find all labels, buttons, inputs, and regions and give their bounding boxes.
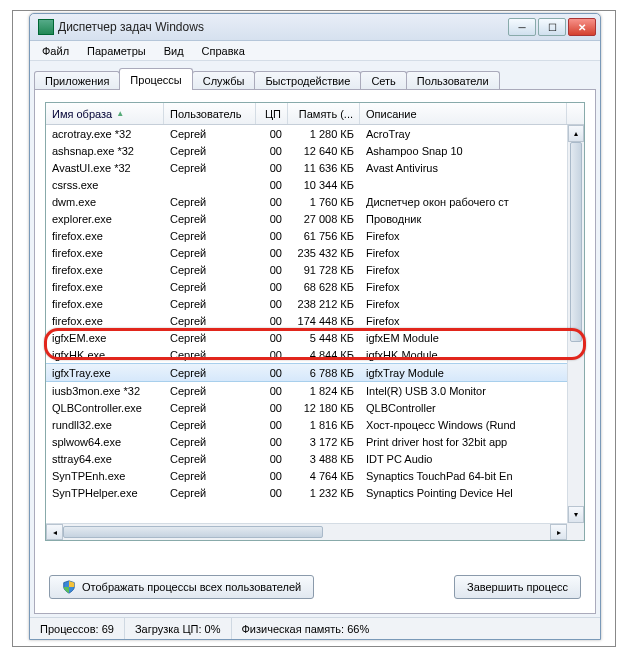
cell-cpu: 00 <box>256 346 288 363</box>
table-row[interactable]: csrss.exe0010 344 КБ <box>46 176 584 193</box>
menu-file[interactable]: Файл <box>34 43 77 59</box>
table-row[interactable]: splwow64.exeСергей003 172 КБPrint driver… <box>46 433 584 450</box>
cell-description: Avast Antivirus <box>360 159 584 176</box>
cell-memory: 1 280 КБ <box>288 125 360 142</box>
cell-cpu: 00 <box>256 142 288 159</box>
cell-user: Сергей <box>164 364 256 381</box>
cell-process-name: ashsnap.exe *32 <box>46 142 164 159</box>
cell-description: Хост-процесс Windows (Rund <box>360 416 584 433</box>
menu-help[interactable]: Справка <box>194 43 253 59</box>
cell-description: IDT PC Audio <box>360 450 584 467</box>
cell-user: Сергей <box>164 193 256 210</box>
cell-memory: 11 636 КБ <box>288 159 360 176</box>
table-row[interactable]: QLBController.exeСергей0012 180 КБQLBCon… <box>46 399 584 416</box>
scroll-h-thumb[interactable] <box>63 526 323 538</box>
cell-description: Проводник <box>360 210 584 227</box>
cell-cpu: 00 <box>256 244 288 261</box>
cell-process-name: AvastUI.exe *32 <box>46 159 164 176</box>
table-row[interactable]: SynTPHelper.exeСергей001 232 КБSynaptics… <box>46 484 584 501</box>
table-row[interactable]: firefox.exeСергей00238 212 КБFirefox <box>46 295 584 312</box>
col-header-name[interactable]: Имя образа ▲ <box>46 103 164 124</box>
table-row[interactable]: igfxHK.exeСергей004 844 КБigfxHK Module <box>46 346 584 363</box>
cell-memory: 235 432 КБ <box>288 244 360 261</box>
table-row[interactable]: igfxEM.exeСергей005 448 КБigfxEM Module <box>46 329 584 346</box>
titlebar[interactable]: Диспетчер задач Windows ─ ☐ ✕ <box>30 14 600 41</box>
window-controls: ─ ☐ ✕ <box>508 18 596 36</box>
tab-services[interactable]: Службы <box>192 71 256 90</box>
table-row[interactable]: igfxTray.exeСергей006 788 КБigfxTray Mod… <box>46 363 584 382</box>
table-row[interactable]: SynTPEnh.exeСергей004 764 КБSynaptics To… <box>46 467 584 484</box>
tab-network[interactable]: Сеть <box>360 71 406 90</box>
table-row[interactable]: firefox.exeСергей0068 628 КБFirefox <box>46 278 584 295</box>
table-row[interactable]: firefox.exeСергей0091 728 КБFirefox <box>46 261 584 278</box>
list-header: Имя образа ▲ Пользователь ЦП Память (...… <box>46 103 584 125</box>
end-process-button[interactable]: Завершить процесс <box>454 575 581 599</box>
scroll-h-track[interactable] <box>63 524 550 540</box>
cell-user: Сергей <box>164 261 256 278</box>
cell-cpu: 00 <box>256 210 288 227</box>
cell-process-name: sttray64.exe <box>46 450 164 467</box>
horizontal-scrollbar[interactable]: ◂ ▸ <box>46 523 567 540</box>
maximize-button[interactable]: ☐ <box>538 18 566 36</box>
col-header-cpu[interactable]: ЦП <box>256 103 288 124</box>
col-header-memory[interactable]: Память (... <box>288 103 360 124</box>
table-row[interactable]: acrotray.exe *32Сергей001 280 КБAcroTray <box>46 125 584 142</box>
table-row[interactable]: firefox.exeСергей00174 448 КБFirefox <box>46 312 584 329</box>
cell-cpu: 00 <box>256 278 288 295</box>
table-row[interactable]: iusb3mon.exe *32Сергей001 824 КБIntel(R)… <box>46 382 584 399</box>
cell-memory: 10 344 КБ <box>288 176 360 193</box>
menu-view[interactable]: Вид <box>156 43 192 59</box>
menubar: Файл Параметры Вид Справка <box>30 41 600 61</box>
cell-user: Сергей <box>164 416 256 433</box>
menu-options[interactable]: Параметры <box>79 43 154 59</box>
scroll-down-button[interactable]: ▾ <box>568 506 584 523</box>
cell-memory: 6 788 КБ <box>288 364 360 381</box>
table-row[interactable]: AvastUI.exe *32Сергей0011 636 КБAvast An… <box>46 159 584 176</box>
scroll-right-button[interactable]: ▸ <box>550 524 567 540</box>
cell-process-name: explorer.exe <box>46 210 164 227</box>
tab-processes[interactable]: Процессы <box>119 68 192 90</box>
table-row[interactable]: dwm.exeСергей001 760 КБДиспетчер окон ра… <box>46 193 584 210</box>
table-row[interactable]: firefox.exeСергей00235 432 КБFirefox <box>46 244 584 261</box>
cell-cpu: 00 <box>256 193 288 210</box>
tab-users[interactable]: Пользователи <box>406 71 500 90</box>
cell-description: AcroTray <box>360 125 584 142</box>
table-row[interactable]: ashsnap.exe *32Сергей0012 640 КБAshampoo… <box>46 142 584 159</box>
cell-process-name: igfxHK.exe <box>46 346 164 363</box>
cell-memory: 3 488 КБ <box>288 450 360 467</box>
scroll-left-button[interactable]: ◂ <box>46 524 63 540</box>
cell-memory: 12 640 КБ <box>288 142 360 159</box>
vertical-scrollbar[interactable]: ▴ ▾ <box>567 125 584 523</box>
cell-cpu: 00 <box>256 484 288 501</box>
cell-cpu: 00 <box>256 261 288 278</box>
cell-description: Firefox <box>360 244 584 261</box>
table-row[interactable]: firefox.exeСергей0061 756 КБFirefox <box>46 227 584 244</box>
minimize-button[interactable]: ─ <box>508 18 536 36</box>
shield-icon <box>62 580 76 594</box>
show-all-users-button[interactable]: Отображать процессы всех пользователей <box>49 575 314 599</box>
col-header-user[interactable]: Пользователь <box>164 103 256 124</box>
cell-user: Сергей <box>164 312 256 329</box>
cell-memory: 4 764 КБ <box>288 467 360 484</box>
cell-process-name: iusb3mon.exe *32 <box>46 382 164 399</box>
cell-description: Synaptics TouchPad 64-bit En <box>360 467 584 484</box>
cell-memory: 5 448 КБ <box>288 329 360 346</box>
close-button[interactable]: ✕ <box>568 18 596 36</box>
cell-memory: 68 628 КБ <box>288 278 360 295</box>
scroll-up-button[interactable]: ▴ <box>568 125 584 142</box>
cell-cpu: 00 <box>256 450 288 467</box>
cell-user: Сергей <box>164 346 256 363</box>
panel-buttons: Отображать процессы всех пользователей З… <box>49 575 581 599</box>
scroll-v-thumb[interactable] <box>570 142 582 342</box>
cell-description: Intel(R) USB 3.0 Monitor <box>360 382 584 399</box>
table-row[interactable]: explorer.exeСергей0027 008 КБПроводник <box>46 210 584 227</box>
cell-process-name: dwm.exe <box>46 193 164 210</box>
table-row[interactable]: rundll32.exeСергей001 816 КБХост-процесс… <box>46 416 584 433</box>
table-row[interactable]: sttray64.exeСергей003 488 КБIDT PC Audio <box>46 450 584 467</box>
tab-performance[interactable]: Быстродействие <box>254 71 361 90</box>
cell-user: Сергей <box>164 278 256 295</box>
tab-applications[interactable]: Приложения <box>34 71 120 90</box>
status-cpu-label: Загрузка ЦП: <box>135 623 202 635</box>
col-header-description[interactable]: Описание <box>360 103 567 124</box>
cell-memory: 1 824 КБ <box>288 382 360 399</box>
